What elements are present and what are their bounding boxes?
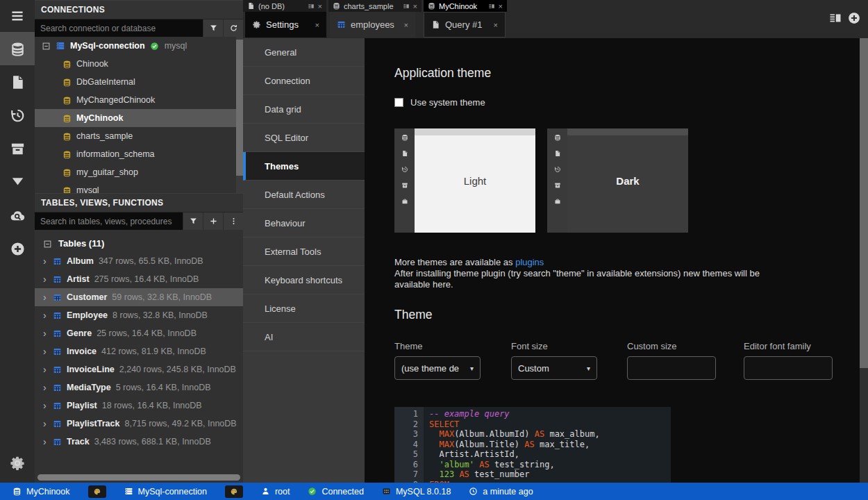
field-label: Font size [511, 341, 597, 351]
collapse-icon[interactable] [43, 238, 52, 248]
settings-menu-item-External-Tools[interactable]: External Tools [243, 238, 365, 266]
plugins-link[interactable]: plugins [515, 257, 544, 267]
main-scrollbar-thumb[interactable] [860, 38, 868, 368]
statusbar-item-a-minute-ago[interactable]: a minute ago [469, 487, 533, 497]
refresh-connections-button[interactable] [223, 19, 243, 37]
table-row-Customer[interactable]: ›Customer59 rows, 32.8 KB, InnoDB [35, 288, 243, 306]
table-row-Track[interactable]: ›Track3,483 rows, 688.1 KB, InnoDB [35, 433, 243, 451]
database-item-charts_sample[interactable]: charts_sample [35, 127, 243, 145]
iconbar-item-settings[interactable] [0, 449, 35, 477]
database-item-my_guitar_shop[interactable]: my_guitar_shop [35, 163, 243, 181]
table-row-InvoiceLine[interactable]: ›InvoiceLine2,240 rows, 245.8 KB, InnoDB [35, 360, 243, 378]
example-code-editor[interactable]: 12345678 -- example querySELECT MAX(Albu… [394, 407, 671, 483]
statusbar-item-root[interactable]: root [261, 487, 290, 497]
custom-size-input[interactable] [627, 356, 716, 380]
iconbar-item-databases[interactable] [0, 32, 35, 65]
iconbar-item-main-menu[interactable] [0, 0, 35, 32]
chevron-right-icon: › [43, 364, 53, 375]
iconbar-item-files[interactable] [0, 65, 35, 99]
connections-search-input[interactable] [35, 19, 203, 37]
settings-menu-item-Keyboard-shortcuts[interactable]: Keyboard shortcuts [243, 266, 365, 294]
tables-menu-button[interactable] [223, 212, 243, 230]
table-row-Genre[interactable]: ›Genre25 rows, 16.4 KB, InnoDB [35, 324, 243, 342]
tables-search-input[interactable] [35, 212, 183, 230]
filter-connections-button[interactable] [203, 19, 223, 37]
database-item-Chinook[interactable]: Chinook [35, 55, 243, 73]
statusbar-theme-chip[interactable] [88, 485, 106, 498]
statusbar-theme-chip[interactable] [225, 485, 243, 498]
filter-tables-button[interactable] [183, 212, 203, 230]
statusbar-item-label: Connected [322, 487, 363, 497]
topbar-add-circle-icon[interactable] [847, 11, 861, 25]
font-size-select[interactable]: Custom▾ [511, 356, 597, 380]
tab-employees[interactable]: employees× [330, 12, 415, 38]
database-item-mysql[interactable]: mysql [35, 181, 243, 193]
tables-group-row[interactable]: Tables (11) [35, 234, 243, 252]
settings-menu-item-SQL-Editor[interactable]: SQL Editor [243, 124, 365, 152]
settings-menu-item-Themes[interactable]: Themes [243, 152, 365, 181]
iconbar-item-archive[interactable] [0, 132, 35, 165]
iconbar-item-add[interactable] [0, 232, 35, 265]
tables-horizontal-scrollbar[interactable] [37, 474, 240, 481]
statusbar-item-Connected[interactable]: Connected [308, 487, 363, 497]
close-icon[interactable]: × [413, 2, 417, 10]
settings-menu-item-License[interactable]: License [243, 294, 365, 323]
history-icon [10, 108, 26, 124]
database-item-DbGateInternal[interactable]: DbGateInternal [35, 73, 243, 91]
settings-menu-item-Connection[interactable]: Connection [243, 67, 365, 95]
use-system-theme-checkbox[interactable] [394, 98, 403, 107]
code-line: -- example query [429, 409, 600, 419]
iconbar-item-history[interactable] [0, 99, 35, 132]
table-row-Artist[interactable]: ›Artist275 rows, 16.4 KB, InnoDB [35, 270, 243, 288]
theme-select[interactable]: (use theme de▾ [394, 356, 481, 380]
table-row-PlaylistTrack[interactable]: ›PlaylistTrack8,715 rows, 49.2 KB, InnoD… [35, 415, 243, 433]
settings-menu-item-Default-Actions[interactable]: Default Actions [243, 181, 365, 209]
main-scrollbar[interactable] [860, 38, 868, 483]
tab-group-MyChinook[interactable]: MyChinook× [424, 0, 507, 12]
close-icon[interactable]: × [499, 2, 503, 10]
statusbar-item-MyChinook[interactable]: MyChinook [12, 487, 70, 497]
table-row-Employee[interactable]: ›Employee8 rows, 32.8 KB, InnoDB [35, 306, 243, 324]
theme-card-light[interactable]: Light [394, 128, 535, 233]
statusbar-item-MySql-connection[interactable]: MySql-connection [124, 487, 207, 497]
close-icon[interactable]: × [494, 21, 498, 29]
chevron-right-icon: › [43, 274, 53, 285]
table-row-Album[interactable]: ›Album347 rows, 65.5 KB, InnoDB [35, 252, 243, 270]
close-icon[interactable]: × [404, 21, 408, 29]
topbar-layout-icon[interactable] [828, 11, 842, 25]
database-item-MyChangedChinook[interactable]: MyChangedChinook [35, 91, 243, 109]
table-row-Playlist[interactable]: ›Playlist18 rows, 16.4 KB, InnoDB [35, 397, 243, 415]
database-icon [62, 96, 72, 105]
add-table-button[interactable] [203, 212, 223, 230]
close-icon[interactable]: × [318, 2, 322, 10]
close-icon[interactable]: × [315, 21, 319, 29]
chevron-right-icon: › [43, 418, 53, 429]
settings-menu-item-Data-grid[interactable]: Data grid [243, 95, 365, 124]
iconbar-item-query-designer[interactable] [0, 165, 35, 199]
table-row-Invoice[interactable]: ›Invoice412 rows, 81.9 KB, InnoDB [35, 342, 243, 360]
tab-group--no-DB-[interactable]: (no DB)× [243, 0, 326, 12]
editor-font-family-input[interactable] [744, 356, 833, 380]
code-line: SELECT [429, 419, 600, 430]
code-token: 'album' [439, 460, 474, 469]
tab-group-charts_sample[interactable]: charts_sample× [328, 0, 422, 12]
theme-card-dark[interactable]: Dark [547, 128, 688, 233]
settings-menu-item-AI[interactable]: AI [243, 323, 365, 351]
settings-menu-item-Behaviour[interactable]: Behaviour [243, 209, 365, 238]
settings-menu-item-General[interactable]: General [243, 38, 365, 67]
statusbar-item-label: MySql-connection [138, 487, 207, 497]
table-row-MediaType[interactable]: ›MediaType5 rows, 16.4 KB, InnoDB [35, 378, 243, 397]
chevron-down-icon: ▾ [470, 365, 474, 372]
connections-scrollbar-thumb[interactable] [236, 40, 243, 176]
database-icon [62, 78, 72, 87]
iconbar-item-cloud-search[interactable] [0, 199, 35, 232]
database-item-MyChinook[interactable]: MyChinook [35, 109, 243, 127]
connection-root-row[interactable]: MySql-connectionmysql [35, 37, 243, 55]
database-name: MyChangedChinook [76, 95, 155, 105]
statusbar-item-MySQL-8-0-18[interactable]: MySQL 8.0.18 [382, 487, 451, 497]
tab-Settings[interactable]: Settings× [245, 12, 326, 38]
database-item-information_schema[interactable]: information_schema [35, 145, 243, 163]
tab-Query-1[interactable]: Query #1× [424, 12, 506, 38]
funnel-icon [209, 24, 218, 33]
connections-scrollbar[interactable] [236, 37, 243, 193]
